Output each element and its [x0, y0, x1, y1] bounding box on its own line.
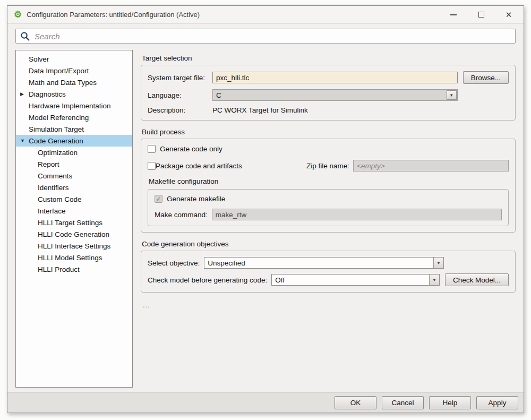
browse-button[interactable]: Browse...: [463, 71, 509, 84]
search-placeholder: Search: [35, 32, 60, 41]
sidebar-item-identifiers[interactable]: Identifiers: [16, 182, 132, 193]
sidebar-item-diagnostics[interactable]: ▶Diagnostics: [16, 88, 132, 100]
check-model-button[interactable]: Check Model...: [445, 273, 509, 286]
sidebar-item-interface[interactable]: Interface: [16, 205, 132, 217]
zip-file-name-field: <empty>: [353, 160, 509, 172]
sidebar-item-label: Interface: [38, 207, 66, 215]
expand-collapsed-icon[interactable]: ▶: [20, 92, 24, 97]
sidebar-item-math-and-data-types[interactable]: Math and Data Types: [16, 76, 132, 88]
generate-code-only-row: Generate code only: [148, 145, 509, 153]
sidebar-item-hlli-target-settings[interactable]: HLLI Target Settings: [16, 217, 132, 228]
sidebar-item-label: Solver: [29, 55, 49, 63]
check-model-dropdown[interactable]: Off ▼: [271, 274, 440, 286]
sidebar-item-simulation-target[interactable]: Simulation Target: [16, 123, 132, 135]
target-selection-group: System target file: pxc_hlli.tlc Browse.…: [141, 65, 516, 121]
search-input[interactable]: Search: [15, 29, 516, 44]
sidebar-item-label: HLLI Interface Settings: [38, 242, 110, 250]
sidebar-item-label: HLLI Model Settings: [38, 254, 102, 262]
chevron-down-icon[interactable]: ▼: [429, 275, 439, 285]
code-generation-objectives-group: Select objective: Unspecified ▼ Check mo…: [141, 251, 516, 293]
sidebar-item-label: Comments: [38, 172, 72, 180]
generate-makefile-row: ✓ Generate makefile: [155, 195, 502, 203]
more-indicator: ...: [143, 301, 516, 309]
make-command-label: Make command:: [155, 211, 212, 219]
settings-panel: Target selection System target file: pxc…: [141, 50, 516, 388]
sidebar-item-label: Report: [38, 160, 59, 168]
sidebar-item-label: HLLI Product: [38, 265, 80, 273]
sidebar-item-hlli-interface-settings[interactable]: HLLI Interface Settings: [16, 240, 132, 252]
select-objective-dropdown[interactable]: Unspecified ▼: [204, 257, 444, 269]
sidebar-item-comments[interactable]: Comments: [16, 170, 132, 182]
make-command-field: make_rtw: [212, 209, 502, 220]
build-process-group: Generate code only Package code and arti…: [141, 139, 516, 233]
select-objective-row: Select objective: Unspecified ▼: [148, 257, 509, 269]
expand-expanded-icon[interactable]: ▼: [20, 139, 25, 143]
select-objective-value: Unspecified: [204, 258, 433, 268]
generate-code-only-label: Generate code only: [160, 145, 222, 153]
system-target-file-field[interactable]: pxc_hlli.tlc: [212, 72, 458, 83]
check-model-label: Check model before generating code:: [148, 276, 271, 284]
make-command-row: Make command: make_rtw: [155, 209, 502, 220]
description-value: PC WORX Target for Simulink: [212, 106, 458, 114]
sidebar-item-model-referencing[interactable]: Model Referencing: [16, 112, 132, 123]
description-label: Description:: [148, 106, 212, 114]
window-controls: ✕: [449, 11, 517, 19]
sidebar-item-hlli-model-settings[interactable]: HLLI Model Settings: [16, 252, 132, 263]
dialog-footer: OK Cancel Help Apply: [7, 392, 524, 413]
title-bar: ⚙ Configuration Parameters: untitled/Con…: [7, 6, 524, 24]
minimize-icon[interactable]: [449, 11, 458, 19]
makefile-configuration-group: ✓ Generate makefile Make command: make_r…: [148, 189, 509, 226]
search-icon: [20, 31, 30, 41]
zip-file-name-placeholder: <empty>: [357, 162, 385, 170]
configuration-parameters-dialog: ⚙ Configuration Parameters: untitled/Con…: [7, 5, 524, 413]
sidebar-item-hlli-code-generation[interactable]: HLLI Code Generation: [16, 228, 132, 240]
zip-file-name-label: Zip file name:: [306, 162, 353, 170]
sidebar-item-custom-code[interactable]: Custom Code: [16, 193, 132, 205]
sidebar-item-label: Hardware Implementation: [29, 102, 111, 110]
sidebar-item-label: HLLI Target Settings: [38, 219, 102, 227]
ok-button[interactable]: OK: [335, 396, 376, 409]
simulink-config-gear-icon: ⚙: [14, 10, 22, 19]
language-dropdown[interactable]: C ▼: [212, 89, 458, 101]
cancel-button[interactable]: Cancel: [382, 396, 424, 409]
sidebar-item-label: Identifiers: [38, 184, 69, 192]
sidebar-item-code-generation[interactable]: ▼Code Generation: [16, 135, 132, 147]
generate-code-only-checkbox[interactable]: [148, 145, 156, 153]
language-label: Language:: [148, 91, 212, 99]
sidebar-item-data-import-export[interactable]: Data Import/Export: [16, 65, 132, 76]
window-title: Configuration Parameters: untitled/Confi…: [27, 11, 200, 19]
sidebar-item-label: Diagnostics: [29, 90, 66, 98]
target-selection-title: Target selection: [142, 54, 516, 62]
make-command-value: make_rtw: [216, 211, 247, 219]
category-tree: Solver Data Import/Export Math and Data …: [15, 50, 133, 388]
sidebar-item-label: Optimization: [38, 149, 78, 157]
maximize-icon[interactable]: [477, 11, 485, 19]
select-objective-label: Select objective:: [148, 259, 204, 267]
language-value: C: [213, 90, 446, 100]
help-button[interactable]: Help: [429, 396, 471, 409]
chevron-down-icon[interactable]: ▼: [447, 90, 457, 100]
sidebar-item-label: Math and Data Types: [29, 79, 97, 87]
checkmark-icon: ✓: [156, 195, 161, 203]
apply-button[interactable]: Apply: [476, 396, 518, 409]
sidebar-item-label: Simulation Target: [29, 125, 84, 133]
check-model-row: Check model before generating code: Off …: [148, 273, 509, 286]
package-code-label: Package code and artifacts: [156, 162, 242, 170]
system-target-file-label: System target file:: [148, 74, 212, 82]
sidebar-item-report[interactable]: Report: [16, 158, 132, 170]
check-model-value: Off: [272, 275, 429, 285]
close-icon[interactable]: ✕: [504, 11, 513, 19]
content-area: Solver Data Import/Export Math and Data …: [7, 50, 524, 388]
sidebar-item-label: Code Generation: [29, 137, 83, 145]
sidebar-item-solver[interactable]: Solver: [16, 53, 132, 65]
chevron-down-icon[interactable]: ▼: [433, 258, 443, 268]
package-code-checkbox[interactable]: [148, 162, 156, 170]
sidebar-item-optimization[interactable]: Optimization: [16, 147, 132, 158]
makefile-configuration-title: Makefile configuration: [149, 177, 509, 185]
system-target-file-value: pxc_hlli.tlc: [216, 74, 249, 82]
sidebar-item-hlli-product[interactable]: HLLI Product: [16, 263, 132, 275]
sidebar-item-hardware-implementation[interactable]: Hardware Implementation: [16, 100, 132, 112]
package-code-row: Package code and artifacts Zip file name…: [148, 160, 509, 172]
generate-makefile-label: Generate makefile: [167, 195, 225, 203]
sidebar-item-label: Model Referencing: [29, 114, 89, 122]
